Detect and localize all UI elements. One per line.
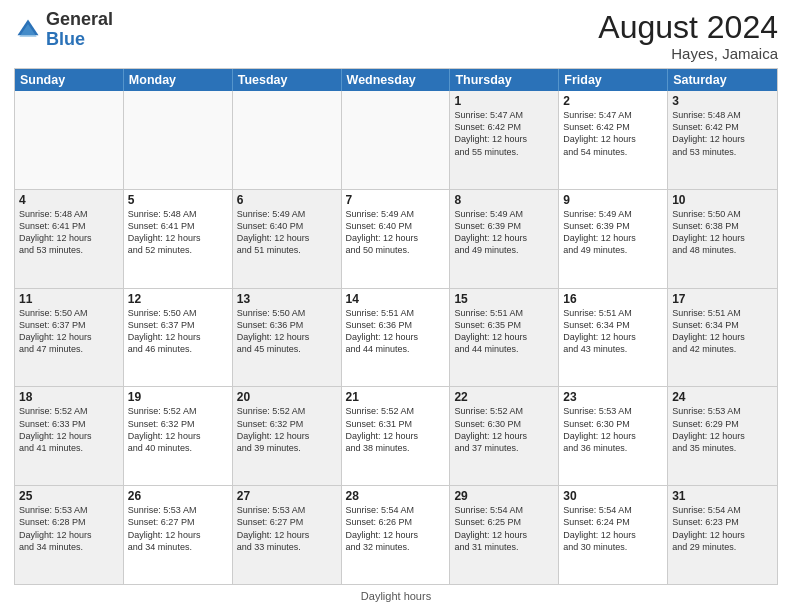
calendar-row-4: 18Sunrise: 5:52 AM Sunset: 6:33 PM Dayli…: [15, 386, 777, 485]
day-number: 11: [19, 292, 119, 306]
calendar-cell: 7Sunrise: 5:49 AM Sunset: 6:40 PM Daylig…: [342, 190, 451, 288]
day-number: 24: [672, 390, 773, 404]
calendar: SundayMondayTuesdayWednesdayThursdayFrid…: [14, 68, 778, 585]
header-cell-friday: Friday: [559, 69, 668, 91]
cell-info: Sunrise: 5:50 AM Sunset: 6:37 PM Dayligh…: [19, 307, 119, 356]
cell-info: Sunrise: 5:47 AM Sunset: 6:42 PM Dayligh…: [454, 109, 554, 158]
calendar-header: SundayMondayTuesdayWednesdayThursdayFrid…: [15, 69, 777, 91]
cell-info: Sunrise: 5:48 AM Sunset: 6:41 PM Dayligh…: [19, 208, 119, 257]
day-number: 6: [237, 193, 337, 207]
calendar-cell: 24Sunrise: 5:53 AM Sunset: 6:29 PM Dayli…: [668, 387, 777, 485]
cell-info: Sunrise: 5:49 AM Sunset: 6:40 PM Dayligh…: [237, 208, 337, 257]
calendar-cell: [342, 91, 451, 189]
day-number: 19: [128, 390, 228, 404]
logo-line1: General: [46, 9, 113, 29]
calendar-cell: 8Sunrise: 5:49 AM Sunset: 6:39 PM Daylig…: [450, 190, 559, 288]
calendar-cell: 31Sunrise: 5:54 AM Sunset: 6:23 PM Dayli…: [668, 486, 777, 584]
cell-info: Sunrise: 5:53 AM Sunset: 6:28 PM Dayligh…: [19, 504, 119, 553]
day-number: 18: [19, 390, 119, 404]
footer-text: Daylight hours: [361, 590, 431, 602]
cell-info: Sunrise: 5:51 AM Sunset: 6:36 PM Dayligh…: [346, 307, 446, 356]
cell-info: Sunrise: 5:52 AM Sunset: 6:31 PM Dayligh…: [346, 405, 446, 454]
calendar-row-2: 4Sunrise: 5:48 AM Sunset: 6:41 PM Daylig…: [15, 189, 777, 288]
calendar-cell: 20Sunrise: 5:52 AM Sunset: 6:32 PM Dayli…: [233, 387, 342, 485]
day-number: 30: [563, 489, 663, 503]
calendar-cell: 29Sunrise: 5:54 AM Sunset: 6:25 PM Dayli…: [450, 486, 559, 584]
cell-info: Sunrise: 5:51 AM Sunset: 6:34 PM Dayligh…: [672, 307, 773, 356]
day-number: 13: [237, 292, 337, 306]
calendar-cell: 18Sunrise: 5:52 AM Sunset: 6:33 PM Dayli…: [15, 387, 124, 485]
day-number: 27: [237, 489, 337, 503]
calendar-row-3: 11Sunrise: 5:50 AM Sunset: 6:37 PM Dayli…: [15, 288, 777, 387]
day-number: 1: [454, 94, 554, 108]
logo-line2: Blue: [46, 29, 85, 49]
day-number: 26: [128, 489, 228, 503]
logo: General Blue: [14, 10, 113, 50]
logo-icon: [14, 16, 42, 44]
calendar-cell: 30Sunrise: 5:54 AM Sunset: 6:24 PM Dayli…: [559, 486, 668, 584]
cell-info: Sunrise: 5:48 AM Sunset: 6:42 PM Dayligh…: [672, 109, 773, 158]
calendar-cell: 26Sunrise: 5:53 AM Sunset: 6:27 PM Dayli…: [124, 486, 233, 584]
month-year: August 2024: [598, 10, 778, 45]
calendar-cell: 5Sunrise: 5:48 AM Sunset: 6:41 PM Daylig…: [124, 190, 233, 288]
calendar-cell: 12Sunrise: 5:50 AM Sunset: 6:37 PM Dayli…: [124, 289, 233, 387]
day-number: 29: [454, 489, 554, 503]
day-number: 25: [19, 489, 119, 503]
cell-info: Sunrise: 5:50 AM Sunset: 6:38 PM Dayligh…: [672, 208, 773, 257]
calendar-cell: 3Sunrise: 5:48 AM Sunset: 6:42 PM Daylig…: [668, 91, 777, 189]
cell-info: Sunrise: 5:51 AM Sunset: 6:35 PM Dayligh…: [454, 307, 554, 356]
header-cell-monday: Monday: [124, 69, 233, 91]
cell-info: Sunrise: 5:52 AM Sunset: 6:33 PM Dayligh…: [19, 405, 119, 454]
cell-info: Sunrise: 5:50 AM Sunset: 6:37 PM Dayligh…: [128, 307, 228, 356]
day-number: 20: [237, 390, 337, 404]
header-cell-sunday: Sunday: [15, 69, 124, 91]
day-number: 23: [563, 390, 663, 404]
title-block: August 2024 Hayes, Jamaica: [598, 10, 778, 62]
day-number: 14: [346, 292, 446, 306]
footer: Daylight hours: [14, 590, 778, 602]
cell-info: Sunrise: 5:49 AM Sunset: 6:39 PM Dayligh…: [454, 208, 554, 257]
day-number: 22: [454, 390, 554, 404]
day-number: 2: [563, 94, 663, 108]
calendar-row-1: 1Sunrise: 5:47 AM Sunset: 6:42 PM Daylig…: [15, 91, 777, 189]
calendar-cell: 28Sunrise: 5:54 AM Sunset: 6:26 PM Dayli…: [342, 486, 451, 584]
cell-info: Sunrise: 5:50 AM Sunset: 6:36 PM Dayligh…: [237, 307, 337, 356]
cell-info: Sunrise: 5:54 AM Sunset: 6:25 PM Dayligh…: [454, 504, 554, 553]
calendar-cell: 13Sunrise: 5:50 AM Sunset: 6:36 PM Dayli…: [233, 289, 342, 387]
cell-info: Sunrise: 5:48 AM Sunset: 6:41 PM Dayligh…: [128, 208, 228, 257]
cell-info: Sunrise: 5:52 AM Sunset: 6:32 PM Dayligh…: [237, 405, 337, 454]
calendar-cell: 4Sunrise: 5:48 AM Sunset: 6:41 PM Daylig…: [15, 190, 124, 288]
cell-info: Sunrise: 5:54 AM Sunset: 6:23 PM Dayligh…: [672, 504, 773, 553]
cell-info: Sunrise: 5:49 AM Sunset: 6:39 PM Dayligh…: [563, 208, 663, 257]
calendar-cell: [233, 91, 342, 189]
day-number: 4: [19, 193, 119, 207]
day-number: 3: [672, 94, 773, 108]
day-number: 7: [346, 193, 446, 207]
cell-info: Sunrise: 5:52 AM Sunset: 6:30 PM Dayligh…: [454, 405, 554, 454]
header: General Blue August 2024 Hayes, Jamaica: [14, 10, 778, 62]
calendar-cell: 11Sunrise: 5:50 AM Sunset: 6:37 PM Dayli…: [15, 289, 124, 387]
calendar-cell: 22Sunrise: 5:52 AM Sunset: 6:30 PM Dayli…: [450, 387, 559, 485]
calendar-body: 1Sunrise: 5:47 AM Sunset: 6:42 PM Daylig…: [15, 91, 777, 584]
location: Hayes, Jamaica: [598, 45, 778, 62]
calendar-cell: 9Sunrise: 5:49 AM Sunset: 6:39 PM Daylig…: [559, 190, 668, 288]
header-cell-saturday: Saturday: [668, 69, 777, 91]
cell-info: Sunrise: 5:53 AM Sunset: 6:30 PM Dayligh…: [563, 405, 663, 454]
calendar-cell: 27Sunrise: 5:53 AM Sunset: 6:27 PM Dayli…: [233, 486, 342, 584]
calendar-cell: 6Sunrise: 5:49 AM Sunset: 6:40 PM Daylig…: [233, 190, 342, 288]
logo-text: General Blue: [46, 10, 113, 50]
day-number: 17: [672, 292, 773, 306]
cell-info: Sunrise: 5:52 AM Sunset: 6:32 PM Dayligh…: [128, 405, 228, 454]
cell-info: Sunrise: 5:53 AM Sunset: 6:27 PM Dayligh…: [128, 504, 228, 553]
calendar-cell: 19Sunrise: 5:52 AM Sunset: 6:32 PM Dayli…: [124, 387, 233, 485]
day-number: 16: [563, 292, 663, 306]
calendar-cell: 15Sunrise: 5:51 AM Sunset: 6:35 PM Dayli…: [450, 289, 559, 387]
day-number: 8: [454, 193, 554, 207]
calendar-cell: 16Sunrise: 5:51 AM Sunset: 6:34 PM Dayli…: [559, 289, 668, 387]
header-cell-thursday: Thursday: [450, 69, 559, 91]
cell-info: Sunrise: 5:53 AM Sunset: 6:27 PM Dayligh…: [237, 504, 337, 553]
day-number: 28: [346, 489, 446, 503]
calendar-cell: [15, 91, 124, 189]
page: General Blue August 2024 Hayes, Jamaica …: [0, 0, 792, 612]
calendar-cell: 10Sunrise: 5:50 AM Sunset: 6:38 PM Dayli…: [668, 190, 777, 288]
